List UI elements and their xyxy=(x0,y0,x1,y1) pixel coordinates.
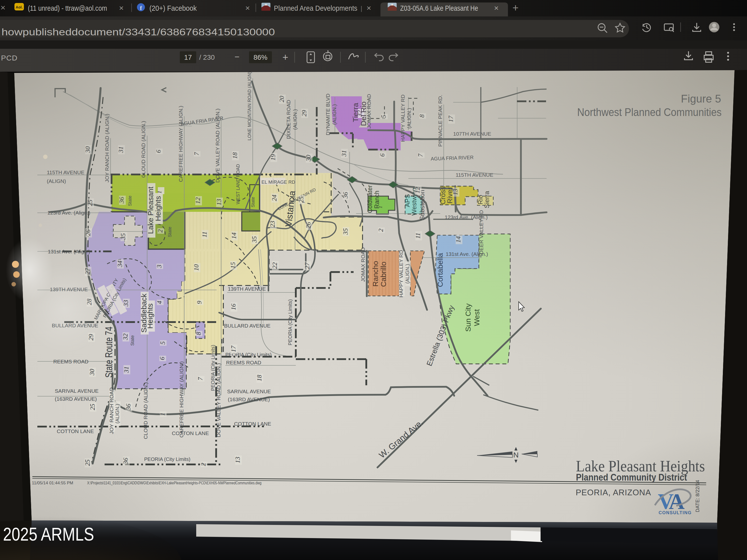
svg-text:(11 unread) - ttraw@aol.com: (11 unread) - ttraw@aol.com xyxy=(28,4,107,12)
svg-text:×: × xyxy=(119,3,124,12)
svg-text:/ 230: / 230 xyxy=(199,54,215,61)
svg-text:howpublisheddocument/33431/638: howpublisheddocument/33431/6386768341501… xyxy=(1,27,275,37)
svg-text:+: + xyxy=(282,52,288,63)
svg-text:×: × xyxy=(245,3,250,12)
svg-text:(20+) Facebook: (20+) Facebook xyxy=(149,4,197,12)
svg-text:+: + xyxy=(512,2,519,14)
svg-text:PCD: PCD xyxy=(1,54,18,62)
svg-text:Planned Area Developments: Planned Area Developments xyxy=(274,4,357,12)
svg-text:2025 ARMLS: 2025 ARMLS xyxy=(3,524,94,544)
svg-text:×: × xyxy=(0,3,5,12)
svg-text:86%: 86% xyxy=(254,54,267,61)
svg-text:×: × xyxy=(366,3,371,12)
svg-text:Z03-05A.6 Lake Pleasant He: Z03-05A.6 Lake Pleasant He xyxy=(400,4,478,12)
svg-text:×: × xyxy=(494,3,499,12)
svg-text:−: − xyxy=(235,52,239,61)
svg-text:Aol.: Aol. xyxy=(16,5,23,9)
svg-text:|: | xyxy=(361,5,362,12)
svg-text:17: 17 xyxy=(184,54,192,61)
svg-text:f: f xyxy=(140,5,142,11)
